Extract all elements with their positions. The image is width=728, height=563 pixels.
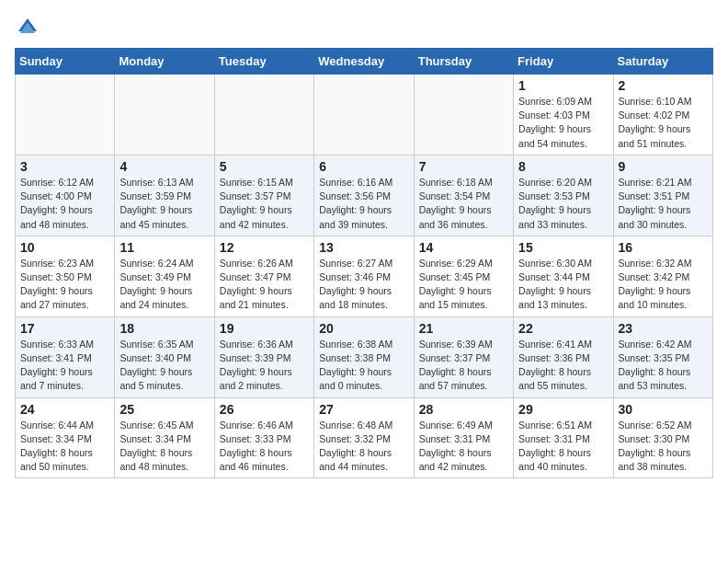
day-cell: 29Sunrise: 6:51 AM Sunset: 3:31 PM Dayli… xyxy=(514,397,613,478)
day-cell: 24Sunrise: 6:44 AM Sunset: 3:34 PM Dayli… xyxy=(16,397,115,478)
day-info: Sunrise: 6:18 AM Sunset: 3:54 PM Dayligh… xyxy=(419,176,508,232)
day-info: Sunrise: 6:12 AM Sunset: 4:00 PM Dayligh… xyxy=(20,176,109,232)
day-cell: 1Sunrise: 6:09 AM Sunset: 4:03 PM Daylig… xyxy=(514,75,613,155)
day-cell: 23Sunrise: 6:42 AM Sunset: 3:35 PM Dayli… xyxy=(613,316,712,397)
logo xyxy=(15,15,44,40)
day-info: Sunrise: 6:49 AM Sunset: 3:31 PM Dayligh… xyxy=(419,419,508,475)
day-info: Sunrise: 6:26 AM Sunset: 3:47 PM Dayligh… xyxy=(220,257,309,313)
day-number: 16 xyxy=(619,240,708,255)
day-number: 6 xyxy=(319,159,408,174)
day-cell: 11Sunrise: 6:24 AM Sunset: 3:49 PM Dayli… xyxy=(115,236,214,316)
day-cell: 15Sunrise: 6:30 AM Sunset: 3:44 PM Dayli… xyxy=(514,236,613,316)
header xyxy=(15,15,713,40)
day-info: Sunrise: 6:23 AM Sunset: 3:50 PM Dayligh… xyxy=(20,257,109,313)
day-info: Sunrise: 6:10 AM Sunset: 4:02 PM Dayligh… xyxy=(619,95,708,151)
day-number: 28 xyxy=(419,402,508,417)
day-cell: 17Sunrise: 6:33 AM Sunset: 3:41 PM Dayli… xyxy=(16,316,115,397)
day-info: Sunrise: 6:44 AM Sunset: 3:34 PM Dayligh… xyxy=(20,419,109,475)
day-number: 30 xyxy=(619,402,708,417)
day-cell: 18Sunrise: 6:35 AM Sunset: 3:40 PM Dayli… xyxy=(115,316,214,397)
day-info: Sunrise: 6:24 AM Sunset: 3:49 PM Dayligh… xyxy=(119,257,209,313)
day-number: 3 xyxy=(20,159,109,174)
day-number: 20 xyxy=(319,321,408,336)
day-info: Sunrise: 6:42 AM Sunset: 3:35 PM Dayligh… xyxy=(619,338,708,394)
day-cell: 4Sunrise: 6:13 AM Sunset: 3:59 PM Daylig… xyxy=(115,155,214,236)
week-row-4: 17Sunrise: 6:33 AM Sunset: 3:41 PM Dayli… xyxy=(16,316,713,397)
day-cell: 14Sunrise: 6:29 AM Sunset: 3:45 PM Dayli… xyxy=(414,236,513,316)
header-row: SundayMondayTuesdayWednesdayThursdayFrid… xyxy=(16,49,713,75)
day-cell: 21Sunrise: 6:39 AM Sunset: 3:37 PM Dayli… xyxy=(414,316,513,397)
day-number: 21 xyxy=(419,321,508,336)
day-cell xyxy=(115,75,214,155)
day-cell: 26Sunrise: 6:46 AM Sunset: 3:33 PM Dayli… xyxy=(214,397,313,478)
day-number: 7 xyxy=(419,159,508,174)
day-info: Sunrise: 6:29 AM Sunset: 3:45 PM Dayligh… xyxy=(419,257,508,313)
day-info: Sunrise: 6:39 AM Sunset: 3:37 PM Dayligh… xyxy=(419,338,508,394)
col-header-friday: Friday xyxy=(514,49,613,75)
week-row-2: 3Sunrise: 6:12 AM Sunset: 4:00 PM Daylig… xyxy=(16,155,713,236)
day-info: Sunrise: 6:35 AM Sunset: 3:40 PM Dayligh… xyxy=(119,338,209,394)
day-number: 18 xyxy=(119,321,209,336)
day-cell: 25Sunrise: 6:45 AM Sunset: 3:34 PM Dayli… xyxy=(115,397,214,478)
day-info: Sunrise: 6:15 AM Sunset: 3:57 PM Dayligh… xyxy=(220,176,309,232)
day-number: 9 xyxy=(619,159,708,174)
day-number: 2 xyxy=(619,78,708,93)
day-info: Sunrise: 6:41 AM Sunset: 3:36 PM Dayligh… xyxy=(518,338,608,394)
day-number: 19 xyxy=(220,321,309,336)
day-number: 15 xyxy=(518,240,608,255)
day-number: 24 xyxy=(20,402,109,417)
week-row-3: 10Sunrise: 6:23 AM Sunset: 3:50 PM Dayli… xyxy=(16,236,713,316)
day-cell: 13Sunrise: 6:27 AM Sunset: 3:46 PM Dayli… xyxy=(314,236,414,316)
day-cell: 3Sunrise: 6:12 AM Sunset: 4:00 PM Daylig… xyxy=(16,155,115,236)
day-info: Sunrise: 6:36 AM Sunset: 3:39 PM Dayligh… xyxy=(220,338,309,394)
col-header-monday: Monday xyxy=(115,49,214,75)
day-cell xyxy=(16,75,115,155)
day-number: 11 xyxy=(119,240,209,255)
day-info: Sunrise: 6:51 AM Sunset: 3:31 PM Dayligh… xyxy=(518,419,608,475)
day-number: 1 xyxy=(518,78,608,93)
day-cell: 20Sunrise: 6:38 AM Sunset: 3:38 PM Dayli… xyxy=(314,316,414,397)
week-row-1: 1Sunrise: 6:09 AM Sunset: 4:03 PM Daylig… xyxy=(16,75,713,155)
calendar-table: SundayMondayTuesdayWednesdayThursdayFrid… xyxy=(15,48,713,478)
day-number: 4 xyxy=(119,159,209,174)
day-number: 26 xyxy=(220,402,309,417)
col-header-wednesday: Wednesday xyxy=(314,49,414,75)
day-number: 23 xyxy=(619,321,708,336)
col-header-thursday: Thursday xyxy=(414,49,513,75)
week-row-5: 24Sunrise: 6:44 AM Sunset: 3:34 PM Dayli… xyxy=(16,397,713,478)
day-cell: 2Sunrise: 6:10 AM Sunset: 4:02 PM Daylig… xyxy=(613,75,712,155)
logo-icon xyxy=(15,15,40,40)
day-cell: 30Sunrise: 6:52 AM Sunset: 3:30 PM Dayli… xyxy=(613,397,712,478)
day-number: 17 xyxy=(20,321,109,336)
day-info: Sunrise: 6:20 AM Sunset: 3:53 PM Dayligh… xyxy=(518,176,608,232)
day-number: 13 xyxy=(319,240,408,255)
day-info: Sunrise: 6:45 AM Sunset: 3:34 PM Dayligh… xyxy=(119,419,209,475)
col-header-tuesday: Tuesday xyxy=(214,49,313,75)
day-cell: 10Sunrise: 6:23 AM Sunset: 3:50 PM Dayli… xyxy=(16,236,115,316)
day-number: 5 xyxy=(220,159,309,174)
day-number: 8 xyxy=(518,159,608,174)
day-cell: 12Sunrise: 6:26 AM Sunset: 3:47 PM Dayli… xyxy=(214,236,313,316)
day-cell: 7Sunrise: 6:18 AM Sunset: 3:54 PM Daylig… xyxy=(414,155,513,236)
day-cell: 22Sunrise: 6:41 AM Sunset: 3:36 PM Dayli… xyxy=(514,316,613,397)
col-header-saturday: Saturday xyxy=(613,49,712,75)
day-info: Sunrise: 6:52 AM Sunset: 3:30 PM Dayligh… xyxy=(619,419,708,475)
day-info: Sunrise: 6:13 AM Sunset: 3:59 PM Dayligh… xyxy=(119,176,209,232)
day-info: Sunrise: 6:33 AM Sunset: 3:41 PM Dayligh… xyxy=(20,338,109,394)
day-info: Sunrise: 6:21 AM Sunset: 3:51 PM Dayligh… xyxy=(619,176,708,232)
day-number: 22 xyxy=(518,321,608,336)
day-cell: 27Sunrise: 6:48 AM Sunset: 3:32 PM Dayli… xyxy=(314,397,414,478)
day-cell: 5Sunrise: 6:15 AM Sunset: 3:57 PM Daylig… xyxy=(214,155,313,236)
day-number: 29 xyxy=(518,402,608,417)
day-cell: 16Sunrise: 6:32 AM Sunset: 3:42 PM Dayli… xyxy=(613,236,712,316)
day-cell xyxy=(314,75,414,155)
day-info: Sunrise: 6:16 AM Sunset: 3:56 PM Dayligh… xyxy=(319,176,408,232)
day-info: Sunrise: 6:38 AM Sunset: 3:38 PM Dayligh… xyxy=(319,338,408,394)
day-number: 27 xyxy=(319,402,408,417)
day-number: 14 xyxy=(419,240,508,255)
day-info: Sunrise: 6:30 AM Sunset: 3:44 PM Dayligh… xyxy=(518,257,608,313)
day-info: Sunrise: 6:27 AM Sunset: 3:46 PM Dayligh… xyxy=(319,257,408,313)
day-cell: 6Sunrise: 6:16 AM Sunset: 3:56 PM Daylig… xyxy=(314,155,414,236)
day-number: 12 xyxy=(220,240,309,255)
day-info: Sunrise: 6:09 AM Sunset: 4:03 PM Dayligh… xyxy=(518,95,608,151)
